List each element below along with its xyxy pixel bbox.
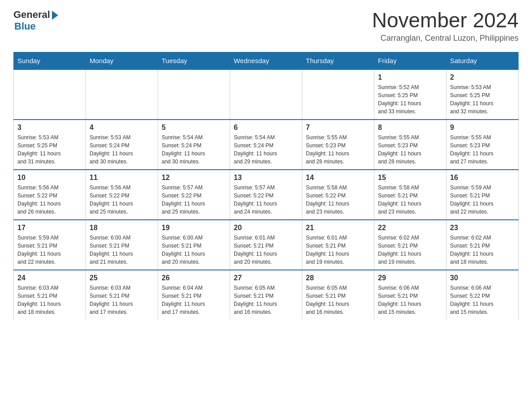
table-row: 8Sunrise: 5:55 AM Sunset: 5:23 PM Daylig… (374, 120, 446, 170)
day-info: Sunrise: 5:59 AM Sunset: 5:21 PM Dayligh… (450, 184, 515, 216)
table-row: 29Sunrise: 6:06 AM Sunset: 5:21 PM Dayli… (374, 270, 446, 320)
day-info: Sunrise: 6:00 AM Sunset: 5:21 PM Dayligh… (90, 234, 154, 266)
header-friday: Friday (374, 52, 446, 69)
day-number: 6 (234, 124, 298, 132)
day-number: 30 (450, 274, 515, 282)
logo-arrow-icon (52, 11, 58, 20)
day-info: Sunrise: 6:01 AM Sunset: 5:21 PM Dayligh… (234, 234, 298, 266)
table-row: 26Sunrise: 6:04 AM Sunset: 5:21 PM Dayli… (158, 270, 230, 320)
day-number: 22 (378, 224, 442, 232)
day-info: Sunrise: 5:55 AM Sunset: 5:23 PM Dayligh… (378, 133, 442, 166)
day-number: 24 (17, 274, 82, 282)
logo: General Blue (13, 9, 58, 32)
table-row: 3Sunrise: 5:53 AM Sunset: 5:25 PM Daylig… (14, 120, 86, 170)
day-info: Sunrise: 6:04 AM Sunset: 5:21 PM Dayligh… (162, 284, 226, 316)
day-info: Sunrise: 6:06 AM Sunset: 5:22 PM Dayligh… (450, 284, 515, 316)
day-info: Sunrise: 6:03 AM Sunset: 5:21 PM Dayligh… (90, 284, 154, 316)
calendar-header: Sunday Monday Tuesday Wednesday Thursday… (14, 52, 519, 69)
table-row (302, 69, 374, 120)
table-row: 30Sunrise: 6:06 AM Sunset: 5:22 PM Dayli… (446, 270, 519, 320)
table-row (86, 69, 158, 120)
day-number: 4 (90, 124, 154, 132)
table-row: 6Sunrise: 5:54 AM Sunset: 5:24 PM Daylig… (230, 120, 302, 170)
header-row: Sunday Monday Tuesday Wednesday Thursday… (14, 52, 519, 69)
table-row: 4Sunrise: 5:53 AM Sunset: 5:24 PM Daylig… (86, 120, 158, 170)
table-row: 2Sunrise: 5:53 AM Sunset: 5:25 PM Daylig… (446, 69, 519, 120)
month-year-title: November 2024 (372, 9, 519, 32)
day-info: Sunrise: 6:01 AM Sunset: 5:21 PM Dayligh… (306, 234, 370, 266)
day-info: Sunrise: 5:54 AM Sunset: 5:24 PM Dayligh… (234, 133, 298, 166)
day-info: Sunrise: 5:53 AM Sunset: 5:25 PM Dayligh… (17, 133, 82, 166)
day-number: 23 (450, 224, 515, 232)
day-info: Sunrise: 5:59 AM Sunset: 5:21 PM Dayligh… (17, 234, 82, 266)
day-number: 20 (234, 224, 298, 232)
table-row: 16Sunrise: 5:59 AM Sunset: 5:21 PM Dayli… (446, 170, 519, 220)
day-number: 29 (378, 274, 442, 282)
day-number: 3 (17, 124, 82, 132)
day-number: 7 (306, 124, 370, 132)
table-row: 13Sunrise: 5:57 AM Sunset: 5:22 PM Dayli… (230, 170, 302, 220)
table-row: 21Sunrise: 6:01 AM Sunset: 5:21 PM Dayli… (302, 220, 374, 270)
page-header: General Blue November 2024 Carranglan, C… (13, 9, 519, 43)
table-row: 18Sunrise: 6:00 AM Sunset: 5:21 PM Dayli… (86, 220, 158, 270)
header-wednesday: Wednesday (230, 52, 302, 69)
day-number: 17 (17, 224, 82, 232)
header-saturday: Saturday (446, 52, 519, 69)
table-row: 14Sunrise: 5:58 AM Sunset: 5:22 PM Dayli… (302, 170, 374, 220)
table-row (14, 69, 86, 120)
table-row: 22Sunrise: 6:02 AM Sunset: 5:21 PM Dayli… (374, 220, 446, 270)
table-row: 28Sunrise: 6:05 AM Sunset: 5:21 PM Dayli… (302, 270, 374, 320)
table-row: 10Sunrise: 5:56 AM Sunset: 5:22 PM Dayli… (14, 170, 86, 220)
day-info: Sunrise: 5:52 AM Sunset: 5:25 PM Dayligh… (378, 83, 442, 116)
table-row (230, 69, 302, 120)
day-number: 5 (162, 124, 226, 132)
table-row: 1Sunrise: 5:52 AM Sunset: 5:25 PM Daylig… (374, 69, 446, 120)
calendar-week-row: 10Sunrise: 5:56 AM Sunset: 5:22 PM Dayli… (14, 170, 519, 220)
calendar-week-row: 1Sunrise: 5:52 AM Sunset: 5:25 PM Daylig… (14, 69, 519, 120)
day-info: Sunrise: 5:57 AM Sunset: 5:22 PM Dayligh… (162, 184, 226, 216)
table-row: 19Sunrise: 6:00 AM Sunset: 5:21 PM Dayli… (158, 220, 230, 270)
calendar-week-row: 3Sunrise: 5:53 AM Sunset: 5:25 PM Daylig… (14, 120, 519, 170)
table-row: 23Sunrise: 6:02 AM Sunset: 5:21 PM Dayli… (446, 220, 519, 270)
day-info: Sunrise: 5:53 AM Sunset: 5:24 PM Dayligh… (90, 133, 154, 166)
day-number: 16 (450, 174, 515, 182)
day-info: Sunrise: 5:53 AM Sunset: 5:25 PM Dayligh… (450, 83, 515, 116)
day-info: Sunrise: 5:57 AM Sunset: 5:22 PM Dayligh… (234, 184, 298, 216)
header-thursday: Thursday (302, 52, 374, 69)
day-info: Sunrise: 6:02 AM Sunset: 5:21 PM Dayligh… (450, 234, 515, 266)
day-number: 10 (17, 174, 82, 182)
logo-general-text: General (13, 9, 50, 21)
table-row: 9Sunrise: 5:55 AM Sunset: 5:23 PM Daylig… (446, 120, 519, 170)
calendar-body: 1Sunrise: 5:52 AM Sunset: 5:25 PM Daylig… (14, 69, 519, 320)
table-row: 5Sunrise: 5:54 AM Sunset: 5:24 PM Daylig… (158, 120, 230, 170)
day-number: 12 (162, 174, 226, 182)
day-number: 1 (378, 73, 442, 81)
day-info: Sunrise: 6:03 AM Sunset: 5:21 PM Dayligh… (17, 284, 82, 316)
day-number: 28 (306, 274, 370, 282)
day-info: Sunrise: 5:55 AM Sunset: 5:23 PM Dayligh… (450, 133, 515, 166)
table-row: 25Sunrise: 6:03 AM Sunset: 5:21 PM Dayli… (86, 270, 158, 320)
day-number: 8 (378, 124, 442, 132)
day-info: Sunrise: 5:55 AM Sunset: 5:23 PM Dayligh… (306, 133, 370, 166)
day-number: 25 (90, 274, 154, 282)
header-sunday: Sunday (14, 52, 86, 69)
day-number: 13 (234, 174, 298, 182)
calendar-week-row: 17Sunrise: 5:59 AM Sunset: 5:21 PM Dayli… (14, 220, 519, 270)
day-number: 26 (162, 274, 226, 282)
day-info: Sunrise: 6:02 AM Sunset: 5:21 PM Dayligh… (378, 234, 442, 266)
day-info: Sunrise: 5:56 AM Sunset: 5:22 PM Dayligh… (17, 184, 82, 216)
calendar-table: Sunday Monday Tuesday Wednesday Thursday… (13, 52, 519, 320)
day-info: Sunrise: 5:58 AM Sunset: 5:22 PM Dayligh… (306, 184, 370, 216)
day-info: Sunrise: 6:00 AM Sunset: 5:21 PM Dayligh… (162, 234, 226, 266)
day-number: 27 (234, 274, 298, 282)
table-row (158, 69, 230, 120)
day-number: 14 (306, 174, 370, 182)
day-number: 19 (162, 224, 226, 232)
day-info: Sunrise: 6:06 AM Sunset: 5:21 PM Dayligh… (378, 284, 442, 316)
day-number: 2 (450, 73, 515, 81)
day-number: 18 (90, 224, 154, 232)
table-row: 24Sunrise: 6:03 AM Sunset: 5:21 PM Dayli… (14, 270, 86, 320)
day-number: 15 (378, 174, 442, 182)
day-number: 9 (450, 124, 515, 132)
table-row: 20Sunrise: 6:01 AM Sunset: 5:21 PM Dayli… (230, 220, 302, 270)
